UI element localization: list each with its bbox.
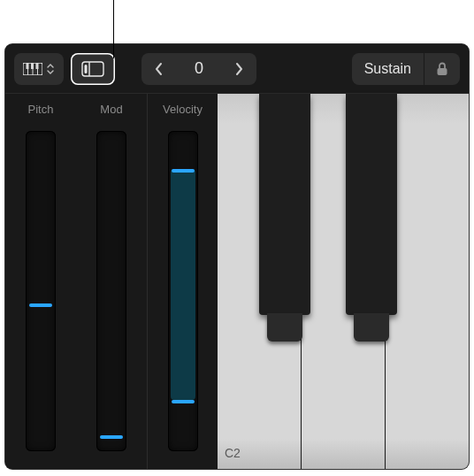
mod-label: Mod (100, 103, 122, 122)
black-key-tip (354, 313, 389, 342)
black-key[interactable] (258, 94, 311, 342)
sustain-group: Sustain (352, 53, 460, 85)
octave-value: 0 (177, 59, 221, 78)
svg-rect-5 (31, 63, 34, 69)
white-keys: C2 (218, 94, 469, 469)
svg-rect-6 (36, 63, 39, 69)
velocity-range-fill (171, 169, 195, 400)
mod-slider-column: Mod (76, 94, 147, 469)
callout-line (113, 0, 114, 58)
octave-stepper: 0 (141, 53, 256, 85)
lock-icon (435, 61, 449, 77)
toolbar: 0 Sustain (5, 44, 469, 94)
velocity-max-handle[interactable] (172, 169, 195, 173)
musical-typing-panel: 0 Sustain Pitch Mod (5, 44, 469, 469)
pitch-label: Pitch (28, 103, 54, 122)
chevron-right-icon (233, 61, 244, 77)
sustain-lock-button[interactable] (424, 53, 460, 85)
key-label-c2: C2 (225, 446, 241, 460)
pitch-slider[interactable] (26, 131, 56, 451)
svg-rect-9 (85, 65, 88, 73)
svg-rect-4 (27, 63, 29, 69)
octave-up-button[interactable] (221, 53, 256, 85)
velocity-slider[interactable] (168, 131, 198, 451)
svg-rect-10 (438, 68, 447, 75)
keyboard-mode-selector[interactable] (14, 53, 64, 85)
pitch-slider-thumb[interactable] (29, 303, 52, 307)
mod-slider-thumb[interactable] (100, 435, 123, 439)
mod-slider[interactable] (96, 131, 126, 451)
velocity-label: Velocity (163, 103, 203, 122)
black-key-tip (267, 313, 302, 342)
black-key-body (346, 94, 397, 315)
octave-down-button[interactable] (141, 53, 177, 85)
controller-panel: Pitch Mod Velocity (5, 94, 218, 469)
controller-panel-toggle[interactable] (71, 53, 115, 85)
piano-icon (23, 63, 42, 75)
piano-keyboard: C2 (218, 94, 469, 469)
chevron-left-icon (154, 61, 164, 77)
body: Pitch Mod Velocity (5, 94, 469, 469)
pitch-slider-column: Pitch (5, 94, 76, 469)
sustain-button[interactable]: Sustain (352, 53, 424, 85)
side-panel-icon (81, 61, 104, 77)
black-key-body (259, 94, 310, 315)
velocity-min-handle[interactable] (172, 400, 195, 403)
velocity-slider-column: Velocity (147, 94, 218, 469)
chevron-updown-icon (46, 63, 55, 75)
black-key[interactable] (345, 94, 398, 342)
